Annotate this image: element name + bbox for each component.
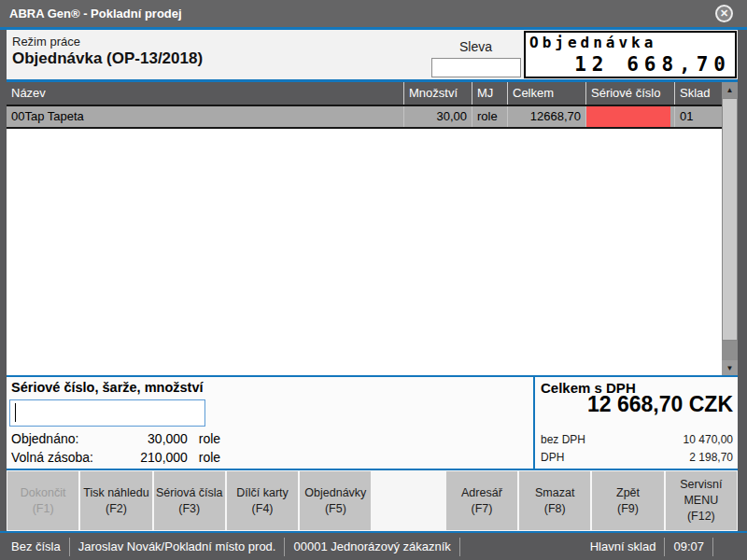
finish-button[interactable]: Dokončit (F1) xyxy=(7,471,78,530)
order-display-title: Objednávka xyxy=(529,34,656,51)
ordered-unit: role xyxy=(199,431,220,446)
without-vat-value: 10 470,00 xyxy=(585,433,733,446)
status-clock: 09:07 xyxy=(665,538,713,556)
order-display-amount: 12 668,70 xyxy=(574,53,731,76)
finish-button-label: Dokončit xyxy=(21,485,66,501)
total-with-vat: 12 668,70 CZK xyxy=(587,392,733,417)
col-header-celkem[interactable]: Celkem xyxy=(507,82,585,105)
scrollbar-thumb[interactable] xyxy=(722,98,738,341)
serial-panel-heading: Sériové číslo, šarže, množství xyxy=(11,380,204,395)
vat-label: DPH xyxy=(541,451,564,464)
close-glyph: ✕ xyxy=(720,7,728,20)
close-icon[interactable]: ✕ xyxy=(715,5,733,22)
address-book-key: (F7) xyxy=(471,501,492,517)
col-header-seriove-cislo[interactable]: Sériové číslo xyxy=(585,82,674,105)
service-menu-key: (F12) xyxy=(687,509,715,525)
status-cashier: Jaroslav Novák/Pokladní místo prod. xyxy=(70,538,286,556)
print-preview-button[interactable]: Tisk náhledu (F2) xyxy=(80,471,151,530)
discount-input[interactable] xyxy=(431,58,521,77)
delete-button[interactable]: Smazat (F8) xyxy=(519,471,590,530)
totals-panel: Celkem s DPH 12 668,70 CZK bez DPH 10 47… xyxy=(535,377,738,469)
items-table: Název Množství MJ Celkem Sériové číslo S… xyxy=(7,82,738,375)
serial-detail-panel: Sériové číslo, šarže, množství Objednáno… xyxy=(7,377,533,469)
ordered-label: Objednáno: xyxy=(11,431,114,446)
missing-serial-highlight xyxy=(586,106,670,127)
col-header-nazev[interactable]: Název xyxy=(7,82,403,105)
cell-celkem: 12668,70 xyxy=(507,106,585,127)
partial-cards-key: (F4) xyxy=(252,501,274,517)
free-stock-unit: role xyxy=(199,450,220,465)
partial-cards-label: Dílčí karty xyxy=(236,485,289,501)
table-header-row: Název Množství MJ Celkem Sériové číslo S… xyxy=(7,82,722,105)
window-border-right xyxy=(738,30,747,531)
status-customer: 00001 Jednorázový zákazník xyxy=(285,538,459,556)
col-header-mnozstvi[interactable]: Množství xyxy=(403,82,472,105)
status-bar: Bez čísla Jaroslav Novák/Pokladní místo … xyxy=(0,531,747,560)
title-bar: ABRA Gen® - Pokladní prodej ✕ xyxy=(0,0,747,27)
empty-f6-slot xyxy=(373,471,444,530)
address-book-label: Adresář xyxy=(461,485,502,501)
print-preview-label: Tisk náhledu xyxy=(83,485,148,501)
orders-key: (F5) xyxy=(325,501,346,517)
partial-cards-button[interactable]: Dílčí karty (F4) xyxy=(227,471,298,530)
ordered-row: Objednáno: 30,000 role xyxy=(11,431,226,446)
table-row[interactable]: 00Tap Tapeta 30,00 role 12668,70 01 xyxy=(7,105,722,129)
bottom-panels: Sériové číslo, šarže, množství Objednáno… xyxy=(7,377,738,469)
cell-nazev: 00Tap Tapeta xyxy=(7,106,403,127)
service-menu-button[interactable]: Servisní MENU (F12) xyxy=(666,471,737,530)
vat-row: DPH 2 198,70 xyxy=(541,451,733,464)
cell-mj: role xyxy=(472,106,507,127)
free-stock-label: Volná zásoba: xyxy=(11,450,114,465)
orders-button[interactable]: Objednávky (F5) xyxy=(300,471,371,530)
serial-numbers-key: (F3) xyxy=(178,501,200,517)
text-caret xyxy=(15,403,16,422)
orders-label: Objednávky xyxy=(304,485,366,501)
window-content: Režim práce Objednávka (OP-13/2018) Slev… xyxy=(7,30,738,531)
cell-seriove-cislo xyxy=(585,106,674,127)
back-button[interactable]: Zpět (F9) xyxy=(592,471,663,530)
serial-number-input[interactable] xyxy=(9,399,205,427)
service-menu-label: Servisní MENU xyxy=(666,477,737,509)
status-warehouse: Hlavní sklad xyxy=(582,538,666,556)
ordered-value: 30,000 xyxy=(118,431,188,446)
finish-button-key: (F1) xyxy=(33,501,54,517)
delete-key: (F8) xyxy=(544,501,566,517)
cell-sklad: 01 xyxy=(674,106,722,127)
work-mode-label: Režim práce xyxy=(12,35,80,49)
pos-window: ABRA Gen® - Pokladní prodej ✕ Režim prác… xyxy=(0,0,747,560)
address-book-button[interactable]: Adresář (F7) xyxy=(446,471,517,530)
free-stock-value: 210,000 xyxy=(118,450,188,465)
table-scrollbar[interactable]: ▲ ▼ xyxy=(722,82,738,375)
delete-label: Smazat xyxy=(535,485,574,501)
status-spacer xyxy=(460,538,582,556)
without-vat-row: bez DPH 10 470,00 xyxy=(541,433,733,446)
col-header-sklad[interactable]: Sklad xyxy=(674,82,722,105)
scroll-up-icon[interactable]: ▲ xyxy=(722,82,738,97)
serial-numbers-button[interactable]: Sériová čísla (F3) xyxy=(154,471,225,530)
window-border-left xyxy=(0,30,7,531)
function-button-bar: Dokončit (F1) Tisk náhledu (F2) Sériová … xyxy=(7,470,738,531)
work-mode-value: Objednávka (OP-13/2018) xyxy=(12,49,203,68)
status-receipt-number: Bez čísla xyxy=(3,538,70,556)
window-title: ABRA Gen® - Pokladní prodej xyxy=(0,7,182,21)
scroll-down-icon[interactable]: ▼ xyxy=(722,360,738,375)
top-panel: Režim práce Objednávka (OP-13/2018) Slev… xyxy=(7,30,738,82)
print-preview-key: (F2) xyxy=(106,501,127,517)
free-stock-row: Volná zásoba: 210,000 role xyxy=(11,450,226,465)
order-total-display: Objednávka 12 668,70 xyxy=(524,31,737,78)
vat-value: 2 198,70 xyxy=(564,451,733,464)
cell-mnozstvi: 30,00 xyxy=(403,106,472,127)
back-key: (F9) xyxy=(617,501,639,517)
back-label: Zpět xyxy=(616,485,640,501)
discount-label: Sleva xyxy=(408,39,492,54)
col-header-mj[interactable]: MJ xyxy=(472,82,507,105)
serial-numbers-label: Sériová čísla xyxy=(156,485,223,501)
without-vat-label: bez DPH xyxy=(541,433,585,446)
